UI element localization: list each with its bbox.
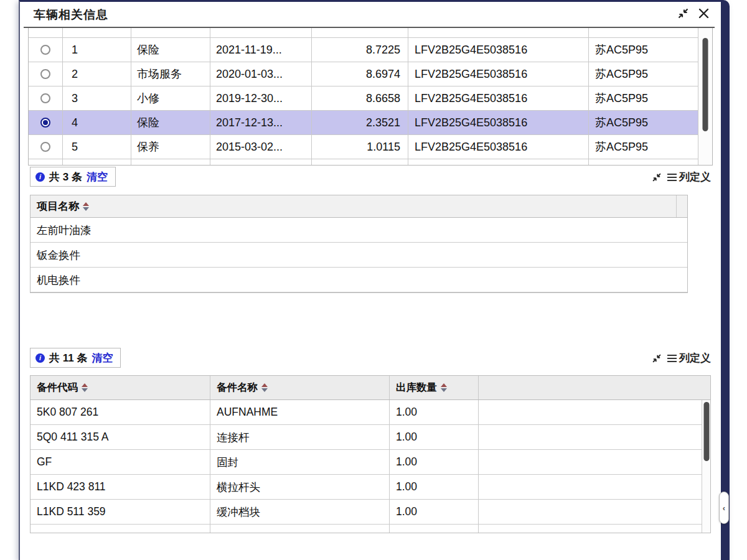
- part-name-cell: 连接杆: [210, 425, 390, 449]
- header-outbound-qty[interactable]: 出库数量: [390, 376, 479, 399]
- vin-cell: LFV2B25G4E5038516: [408, 62, 589, 86]
- date-cell: 2020-01-03...: [210, 62, 312, 86]
- service-records-table: 1 保险 2021-11-19... 8.7225 LFV2B25G4E5038…: [28, 28, 713, 166]
- part-code-cell: GF: [31, 450, 210, 474]
- items-count-label: 共 3 条: [49, 170, 82, 184]
- close-icon[interactable]: [698, 7, 710, 19]
- seq-cell: 4: [63, 111, 131, 134]
- items-table-controls: 列定义: [652, 170, 711, 184]
- info-icon: i: [35, 172, 45, 182]
- table-row[interactable]: 5Q0 411 315 A 连接杆 1.00: [31, 425, 710, 450]
- table-row[interactable]: 5 保养 2015-03-02... 1.0115 LFV2B25G4E5038…: [29, 135, 712, 159]
- side-panel-toggle[interactable]: ‹: [719, 492, 729, 524]
- table-header-row: 备件代码 备件名称 出库数量: [31, 376, 710, 400]
- collapse-icon[interactable]: [652, 353, 662, 363]
- column-definition-button[interactable]: 列定义: [667, 351, 711, 365]
- part-code-cell: 5Q0 411 315 A: [31, 425, 210, 449]
- date-cell: 2021-11-19...: [210, 38, 312, 62]
- part-code-cell: 5K0 807 261: [31, 400, 210, 424]
- scrollbar-track[interactable]: [702, 400, 710, 533]
- sort-icon[interactable]: [83, 202, 89, 211]
- header-project-name[interactable]: 项目名称: [31, 199, 676, 213]
- type-cell: 保险: [131, 111, 210, 134]
- part-qty-cell: 1.00: [390, 475, 479, 499]
- part-code-cell: L1KD 511 359: [31, 500, 210, 524]
- part-name-cell: 横拉杆头: [210, 475, 390, 499]
- sort-icon[interactable]: [441, 383, 447, 392]
- seq-cell: 2: [63, 62, 131, 86]
- table-row-clipped-bottom: [29, 159, 712, 165]
- seq-cell: 5: [63, 135, 131, 159]
- amount-cell: 1.0115: [312, 135, 408, 159]
- parts-count-label: 共 11 条: [49, 351, 87, 365]
- list-item[interactable]: 左前叶油漆: [31, 218, 687, 243]
- header-filler: [676, 195, 687, 217]
- parts-clear-link[interactable]: 清空: [92, 351, 113, 365]
- header-filler: [479, 376, 710, 399]
- amount-cell: 8.6658: [312, 86, 408, 110]
- project-items-table: 项目名称 左前叶油漆 钣金换件 机电换件: [30, 195, 688, 293]
- header-part-code[interactable]: 备件代码: [31, 376, 210, 399]
- restore-collapse-icon[interactable]: [677, 7, 689, 19]
- table-row-selected[interactable]: 4 保险 2017-12-13... 2.3521 LFV2B25G4E5038…: [29, 111, 712, 135]
- plate-cell: 苏AC5P95: [589, 135, 699, 159]
- list-item[interactable]: 机电换件: [31, 268, 687, 292]
- vin-cell: LFV2B25G4E5038516: [408, 86, 589, 110]
- part-qty-cell: 1.00: [390, 500, 479, 524]
- vehicle-info-dialog: 车辆相关信息 1 保险 2021-11-19..: [19, 0, 730, 560]
- amount-cell: 8.6974: [312, 62, 408, 86]
- type-cell: 保险: [131, 38, 210, 62]
- vin-cell: LFV2B25G4E5038516: [408, 111, 589, 134]
- plate-cell: 苏AC5P95: [589, 86, 699, 110]
- radio-button[interactable]: [40, 142, 50, 152]
- radio-button-selected[interactable]: [40, 118, 50, 128]
- table-row[interactable]: 1 保险 2021-11-19... 8.7225 LFV2B25G4E5038…: [29, 38, 712, 62]
- scrollbar-thumb[interactable]: [703, 38, 708, 131]
- scrollbar-thumb[interactable]: [703, 402, 709, 461]
- chevron-left-icon: ‹: [723, 503, 725, 513]
- vin-cell: LFV2B25G4E5038516: [408, 135, 589, 159]
- items-clear-link[interactable]: 清空: [87, 170, 108, 184]
- scrollbar-track[interactable]: [698, 28, 712, 165]
- table-header-row: 项目名称: [31, 195, 687, 218]
- column-definition-button[interactable]: 列定义: [667, 170, 711, 184]
- plate-cell: 苏AC5P95: [589, 38, 699, 62]
- list-item[interactable]: 钣金换件: [31, 243, 687, 268]
- type-cell: 保养: [131, 135, 210, 159]
- table-row[interactable]: L1KD 423 811 横拉杆头 1.00: [31, 475, 710, 500]
- parts-table: 备件代码 备件名称 出库数量 5K0 807 261 AUFNAHME 1.00…: [30, 375, 711, 533]
- column-definition-label: 列定义: [679, 170, 711, 184]
- seq-cell: 1: [63, 38, 131, 62]
- plate-cell: 苏AC5P95: [589, 62, 699, 86]
- sort-icon[interactable]: [82, 383, 88, 392]
- table-row[interactable]: L1KD 511 359 缓冲档块 1.00: [31, 500, 710, 525]
- list-icon: [667, 174, 677, 181]
- part-code-cell: L1KD 423 811: [31, 475, 210, 499]
- radio-button[interactable]: [40, 93, 50, 103]
- amount-cell: 2.3521: [312, 111, 408, 134]
- table-row[interactable]: 5K0 807 261 AUFNAHME 1.00: [31, 400, 710, 425]
- part-qty-cell: 1.00: [390, 450, 479, 474]
- type-cell: 市场服务: [131, 62, 210, 86]
- title-bar: 车辆相关信息: [20, 2, 721, 26]
- date-cell: 2019-12-30...: [210, 86, 312, 110]
- table-row[interactable]: 3 小修 2019-12-30... 8.6658 LFV2B25G4E5038…: [29, 86, 712, 111]
- collapse-icon[interactable]: [652, 172, 662, 182]
- table-row[interactable]: GF 固封 1.00: [31, 450, 710, 475]
- header-part-name[interactable]: 备件名称: [210, 376, 390, 399]
- table-row[interactable]: 2 市场服务 2020-01-03... 8.6974 LFV2B25G4E50…: [29, 62, 712, 86]
- info-icon: i: [35, 353, 45, 363]
- seq-cell: 3: [63, 86, 131, 110]
- parts-count-bar: i 共 11 条 清空: [30, 348, 121, 368]
- date-cell: 2017-12-13...: [210, 111, 312, 134]
- radio-button[interactable]: [40, 69, 50, 79]
- radio-button[interactable]: [40, 45, 50, 55]
- part-qty-cell: 1.00: [390, 400, 479, 424]
- table-row-clipped-top: [29, 28, 712, 38]
- parts-table-controls: 列定义: [652, 351, 711, 365]
- list-icon: [667, 355, 677, 362]
- sort-icon[interactable]: [261, 383, 268, 392]
- type-cell: 小修: [131, 86, 210, 110]
- amount-cell: 8.7225: [312, 38, 408, 62]
- part-name-cell: 固封: [210, 450, 390, 474]
